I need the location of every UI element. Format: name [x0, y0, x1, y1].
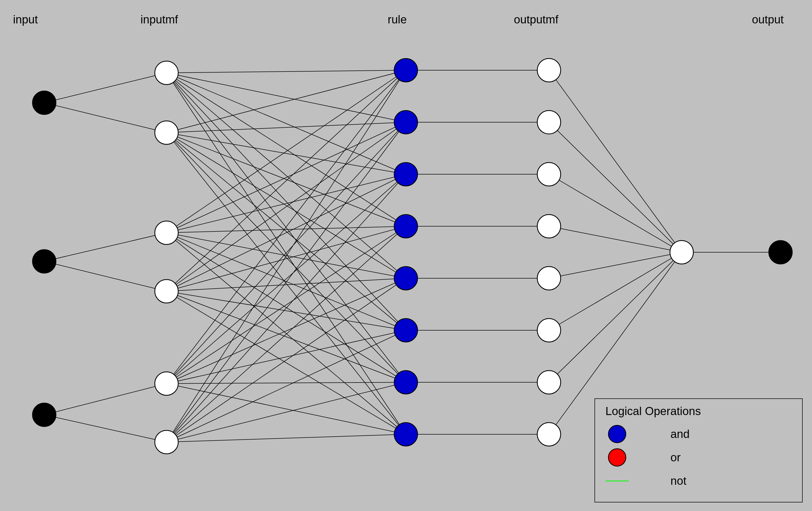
edge — [167, 70, 406, 73]
outputmf-node-3 — [537, 214, 561, 238]
legend-and-label: and — [670, 427, 690, 441]
edge — [167, 132, 406, 226]
edge — [44, 233, 167, 261]
edge — [44, 103, 167, 132]
rule-node-1 — [394, 111, 417, 134]
inputmf-node-0 — [155, 61, 178, 85]
edge — [549, 252, 682, 330]
input-node-0 — [32, 91, 56, 114]
rule-node-3 — [394, 214, 417, 238]
output-node — [769, 241, 792, 264]
edge — [167, 122, 406, 291]
edge — [167, 73, 406, 330]
edge — [167, 73, 406, 382]
outputmf-node-0 — [537, 59, 561, 82]
edge — [549, 252, 682, 278]
inputmf-node-4 — [155, 372, 178, 395]
rule-node-5 — [394, 319, 417, 342]
rule-node-6 — [394, 370, 417, 394]
rule-node-0 — [394, 59, 417, 82]
edge — [167, 174, 406, 291]
anfis-structure-diagram: input inputmf rule outputmf output Logic… — [0, 0, 812, 511]
input-node-2 — [32, 403, 56, 426]
inputmf-node-1 — [155, 121, 178, 144]
outputmf-node-1 — [537, 111, 561, 134]
edge — [167, 382, 406, 384]
outputmf-node-6 — [537, 370, 561, 394]
outputmf-node-4 — [537, 267, 561, 290]
edge — [167, 233, 406, 434]
legend-or-label: or — [670, 451, 680, 464]
legend-not-icon — [605, 481, 629, 481]
edge — [167, 233, 406, 278]
inputmf-node-2 — [155, 221, 178, 244]
edge — [549, 174, 682, 252]
outputmf-node-5 — [537, 319, 561, 342]
edge — [167, 434, 406, 442]
legend-box: Logical Operations and or not — [594, 398, 803, 503]
edge — [167, 291, 406, 330]
rule-node-4 — [394, 267, 417, 290]
edge — [44, 384, 167, 415]
input-node-1 — [32, 250, 56, 273]
legend-row-or: or — [605, 446, 792, 469]
edge — [167, 278, 406, 291]
edge — [549, 252, 682, 382]
outputmf-node-7 — [537, 423, 561, 446]
legend-or-icon — [608, 448, 626, 467]
edge — [549, 122, 682, 252]
edge — [167, 330, 406, 384]
legend-row-not: not — [605, 469, 792, 492]
legend-row-and: and — [605, 422, 792, 446]
edge — [167, 70, 406, 233]
edge — [167, 132, 406, 330]
edge — [167, 132, 406, 434]
edge — [167, 73, 406, 434]
legend-not-label: not — [670, 474, 686, 487]
edge — [167, 174, 406, 442]
aggregator-node — [670, 241, 693, 264]
inputmf-node-5 — [155, 430, 178, 454]
inputmf-node-3 — [155, 279, 178, 303]
nodes-group — [32, 59, 792, 454]
edge — [44, 73, 167, 103]
legend-title: Logical Operations — [605, 404, 792, 418]
outputmf-node-2 — [537, 162, 561, 186]
edge — [167, 122, 406, 384]
rule-node-7 — [394, 423, 417, 446]
edge — [549, 226, 682, 252]
edge — [167, 291, 406, 434]
edge — [167, 278, 406, 384]
edge — [549, 70, 682, 252]
edge — [44, 261, 167, 291]
legend-and-icon — [608, 425, 626, 443]
edge — [44, 415, 167, 442]
rule-node-2 — [394, 162, 417, 186]
edge — [167, 73, 406, 122]
